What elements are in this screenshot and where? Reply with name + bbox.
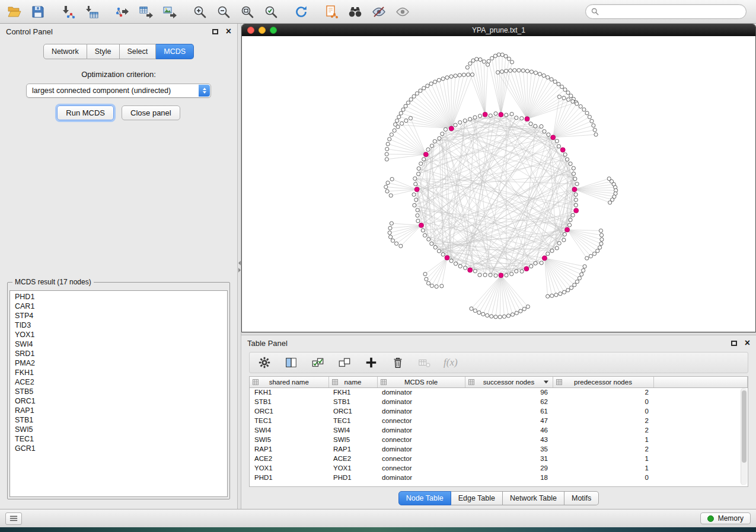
cell-filler: [653, 454, 748, 463]
network-canvas-svg[interactable]: [242, 36, 755, 332]
show-columns-button[interactable]: [283, 355, 299, 370]
tab-network[interactable]: Network: [43, 44, 87, 59]
mcds-result-item[interactable]: SWI5: [10, 425, 227, 434]
mcds-result-item[interactable]: STP4: [10, 311, 227, 321]
mcds-result-item[interactable]: SRD1: [10, 349, 227, 358]
tab-mcds[interactable]: MCDS: [156, 44, 194, 59]
vertical-splitter[interactable]: [237, 24, 241, 509]
mcds-result-item[interactable]: STB5: [10, 387, 227, 396]
mcds-result-item[interactable]: GCR1: [10, 444, 227, 453]
float-table-panel-icon[interactable]: [731, 341, 737, 346]
add-column-button[interactable]: [363, 355, 379, 370]
import-table-button[interactable]: [84, 4, 100, 20]
table-row[interactable]: STB1 STB1 dominator 62 0: [250, 397, 748, 406]
function-builder-button[interactable]: f(x): [444, 357, 458, 368]
table-scrollbar[interactable]: [741, 388, 747, 485]
mcds-result-item[interactable]: CAR1: [10, 302, 227, 311]
table-row[interactable]: SWI4 SWI4 dominator 46 2: [250, 425, 748, 435]
tab-network-table[interactable]: Network Table: [503, 491, 564, 505]
table-row[interactable]: ORC1 ORC1 dominator 61 0: [250, 406, 748, 416]
column-header-predecessor-nodes[interactable]: predecessor nodes: [553, 377, 653, 387]
close-panel-icon[interactable]: ×: [226, 27, 231, 36]
tab-edge-table[interactable]: Edge Table: [451, 491, 503, 505]
search-input[interactable]: [602, 8, 741, 16]
collapse-left-icon[interactable]: [238, 261, 241, 265]
table-settings-button[interactable]: [257, 355, 272, 370]
table-row[interactable]: PHD1 PHD1 dominator 18 0: [250, 473, 748, 482]
column-label: predecessor nodes: [574, 379, 632, 386]
close-table-panel-icon[interactable]: ×: [745, 338, 750, 348]
save-session-button[interactable]: [30, 4, 46, 20]
maximize-window-icon[interactable]: [270, 27, 277, 34]
minimize-window-icon[interactable]: [259, 27, 266, 34]
export-network-button[interactable]: [114, 4, 130, 20]
table-row[interactable]: ACE2 ACE2 connector 31 1: [250, 454, 748, 463]
clear-table-button[interactable]: [417, 355, 432, 370]
tab-motifs[interactable]: Motifs: [564, 491, 599, 505]
zoom-fit-button[interactable]: [239, 4, 255, 20]
tab-style[interactable]: Style: [87, 44, 120, 59]
mcds-result-item[interactable]: FKH1: [10, 368, 227, 377]
mcds-result-list[interactable]: PHD1CAR1STP4TID3YOX1SWI4SRD1PMA2FKH1ACE2…: [9, 290, 228, 497]
cell-shared-name: ACE2: [250, 454, 328, 463]
mcds-result-item[interactable]: TEC1: [10, 434, 227, 444]
tab-select[interactable]: Select: [120, 44, 157, 59]
export-table-button[interactable]: [138, 4, 154, 20]
export-image-button[interactable]: [161, 4, 177, 20]
table-row[interactable]: FKH1 FKH1 dominator 96 2: [250, 387, 748, 397]
memory-button[interactable]: Memory: [700, 512, 751, 524]
zoom-in-button[interactable]: [192, 4, 208, 20]
mcds-result-item[interactable]: SWI4: [10, 339, 227, 349]
splitter-collapse-arrows[interactable]: [238, 261, 241, 273]
network-canvas[interactable]: [242, 36, 755, 332]
mcds-result-item[interactable]: TID3: [10, 321, 227, 330]
import-group: [60, 4, 100, 20]
table-row[interactable]: TEC1 TEC1 connector 47 2: [250, 416, 748, 425]
import-network-button[interactable]: [60, 4, 76, 20]
select-all-button[interactable]: [310, 355, 326, 370]
close-window-icon[interactable]: [247, 27, 254, 34]
optimization-criterion-select[interactable]: largest connected component (undirected): [26, 84, 211, 98]
mcds-result-item[interactable]: RAP1: [10, 406, 227, 415]
column-header-name[interactable]: name: [328, 377, 377, 387]
delete-column-button[interactable]: [390, 355, 406, 370]
zoom-selected-button[interactable]: [263, 4, 279, 20]
column-menu-icon: [381, 379, 387, 385]
column-header-shared-name[interactable]: shared name: [250, 377, 328, 387]
mcds-result-item[interactable]: ORC1: [10, 396, 227, 406]
refresh-button[interactable]: [293, 4, 309, 20]
cell-successor-nodes: 61: [465, 406, 553, 416]
mcds-result-item[interactable]: YOX1: [10, 330, 227, 339]
hide-graphics-details-button[interactable]: [371, 4, 387, 20]
table-row[interactable]: YOX1 YOX1 connector 29 1: [250, 463, 748, 473]
open-session-button[interactable]: [6, 4, 22, 20]
cell-name: STB1: [328, 397, 377, 406]
mcds-result-item[interactable]: STB1: [10, 415, 227, 425]
float-panel-icon[interactable]: [212, 29, 218, 34]
cell-predecessor-nodes: 2: [553, 387, 653, 397]
column-header-mcds-role[interactable]: MCDS role: [377, 377, 465, 387]
mcds-result-item[interactable]: PMA2: [10, 358, 227, 368]
mcds-result-item[interactable]: ACE2: [10, 377, 227, 387]
run-mcds-button[interactable]: Run MCDS: [57, 105, 114, 120]
cell-mcds-role: connector: [377, 463, 465, 473]
cell-successor-nodes: 35: [465, 444, 553, 454]
cell-mcds-role: connector: [377, 416, 465, 425]
close-panel-button[interactable]: Close panel: [122, 105, 180, 120]
cell-shared-name: SWI4: [250, 425, 328, 435]
mcds-result-item[interactable]: PHD1: [10, 292, 227, 302]
deselect-all-button[interactable]: [337, 355, 352, 370]
table-row[interactable]: SWI5 SWI5 connector 43 1: [250, 435, 748, 444]
tab-node-table[interactable]: Node Table: [398, 491, 451, 505]
table-scrollbar-thumb[interactable]: [742, 390, 747, 463]
network-window-titlebar[interactable]: YPA_prune.txt_1: [242, 24, 755, 36]
panel-menu-button[interactable]: [5, 512, 22, 525]
column-header-successor-nodes[interactable]: successor nodes: [465, 377, 553, 387]
network-from-clipboard-button[interactable]: [323, 4, 339, 20]
collapse-right-icon[interactable]: [238, 268, 241, 273]
bird-eye-view-button[interactable]: [394, 4, 410, 20]
search-network-button[interactable]: [347, 4, 363, 20]
zoom-out-button[interactable]: [215, 4, 231, 20]
toolbar-search[interactable]: [585, 4, 747, 19]
table-row[interactable]: RAP1 RAP1 dominator 35 2: [250, 444, 748, 454]
